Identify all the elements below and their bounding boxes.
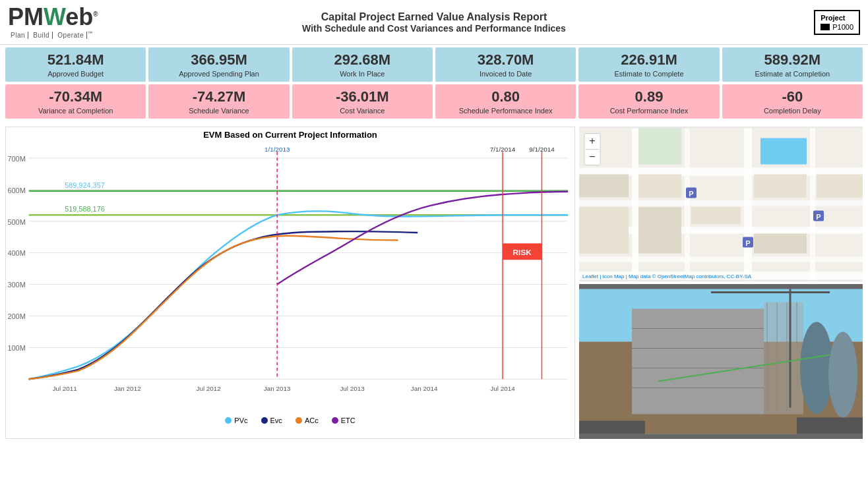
kpi-card: -60Completion Delay	[722, 84, 863, 119]
chart-title: EVM Based on Current Project Information	[6, 127, 574, 142]
kpi-label: Cost Performance Index	[581, 107, 716, 115]
legend-item: P1000	[821, 23, 853, 31]
kpi-label: Estimate at Completion	[725, 70, 860, 78]
kpi-card: 589.92MEstimate at Completion	[722, 47, 863, 82]
date3-label: 9/1/2014	[529, 146, 555, 154]
y-label-300: 300M	[7, 281, 25, 289]
kpi-value: 0.89	[581, 88, 716, 105]
kpi-value: 366.95M	[151, 51, 286, 69]
legend-project-id: P1000	[832, 23, 853, 31]
right-panels: P P P + − Leaflet | Icon Map | Map data …	[579, 127, 863, 439]
report-title-line1: Capital Project Earned Value Analysis Re…	[127, 11, 741, 23]
attribution-text: Leaflet | Icon Map | Map data © OpenStre…	[582, 273, 752, 279]
kpi-row-1: 521.84MApproved Budget366.95MApproved Sp…	[5, 47, 863, 82]
kpi-value: 226.91M	[581, 51, 716, 69]
street-h4	[579, 257, 863, 262]
kpi-label: Completion Delay	[725, 107, 860, 115]
etc-label: ETC	[341, 417, 356, 424]
header: PMWeb® Plan Build Operate™ Capital Proje…	[0, 0, 868, 45]
y-label-100: 100M	[7, 345, 25, 353]
photo-panel	[579, 284, 863, 439]
legend-box: Project P1000	[814, 10, 860, 35]
x-label-jul2012: Jul 2012	[196, 385, 220, 392]
green-area1	[638, 129, 681, 165]
logo-web2: eb	[65, 3, 93, 30]
evc-dot	[261, 417, 268, 424]
street-v3	[744, 129, 752, 280]
kpi-card: -70.34MVariance at Completion	[5, 84, 146, 119]
y-label-400: 400M	[7, 250, 25, 258]
kpi-value: 521.84M	[8, 51, 143, 69]
report-title-line2: With Schedule and Cost Variances and Per…	[127, 23, 741, 34]
street-v2	[685, 129, 690, 280]
evc-curve	[29, 231, 418, 379]
zoom-in-icon[interactable]: +	[589, 135, 595, 146]
kpi-card: -74.27MSchedule Variance	[148, 84, 289, 119]
kpi-label: Schedule Performance Index	[438, 107, 573, 115]
block4	[579, 208, 629, 254]
parking-p2: P	[745, 239, 750, 247]
street-h2	[579, 201, 863, 206]
kpi-label: Approved Budget	[8, 70, 143, 78]
silo2	[828, 332, 857, 418]
pvc-label: PVc	[234, 417, 247, 424]
kpi-card: 328.70MInvoiced to Date	[435, 47, 576, 82]
block3	[579, 175, 629, 198]
kpi-card: 292.68MWork In Place	[292, 47, 433, 82]
kpi-card: 226.91MEstimate to Complete	[578, 47, 719, 82]
kpi-card: 0.89Cost Performance Index	[578, 84, 719, 119]
kpi-label: Schedule Variance	[151, 107, 286, 115]
date1-label: 1/1/2013	[264, 146, 290, 154]
etc-dot	[332, 417, 338, 424]
block7	[754, 234, 807, 254]
chart-svg: 700M 600M 500M 400M 300M 200M 100M	[6, 142, 574, 414]
chart-container: EVM Based on Current Project Information…	[5, 127, 575, 439]
kpi-label: Invoiced to Date	[438, 70, 573, 78]
scaffolding-right	[764, 302, 803, 415]
acc-label: ACc	[305, 417, 319, 424]
kpi-row-2: -70.34MVariance at Completion-74.27MSche…	[5, 84, 863, 119]
kpi-label: Cost Variance	[295, 107, 430, 115]
legend-etc: ETC	[332, 417, 356, 424]
value-589: 589,924,357	[65, 181, 105, 189]
logo-build: Build	[30, 32, 53, 39]
report-title-area: Capital Project Earned Value Analysis Re…	[127, 11, 741, 34]
x-label-jan2012: Jan 2012	[114, 385, 141, 392]
parking-p3: P	[816, 213, 821, 221]
fg-left	[579, 421, 645, 434]
acc-dot	[295, 417, 302, 424]
kpi-label: Work In Place	[295, 70, 430, 78]
parking-p1: P	[689, 190, 693, 198]
x-label-jul2013: Jul 2013	[340, 385, 364, 392]
map-panel[interactable]: P P P + − Leaflet | Icon Map | Map data …	[579, 127, 863, 281]
y-label-500: 500M	[7, 218, 25, 226]
evc-label: Evc	[270, 417, 282, 424]
kpi-label: Estimate to Complete	[581, 70, 716, 78]
kpi-card: 0.80Schedule Performance Index	[435, 84, 576, 119]
risk-label: RISK	[513, 248, 532, 256]
kpi-card: -36.01MCost Variance	[292, 84, 433, 119]
kpi-value: 589.92M	[725, 51, 860, 69]
highlighted-building	[760, 138, 807, 165]
value-519: 519,588,176	[65, 206, 105, 214]
legend-acc: ACc	[295, 417, 319, 424]
zoom-out-icon[interactable]: −	[589, 151, 595, 162]
x-label-jul2011: Jul 2011	[52, 385, 77, 392]
y-label-200: 200M	[7, 313, 25, 321]
kpi-value: -36.01M	[295, 88, 430, 105]
kpi-value: -74.27M	[151, 88, 286, 105]
chart-legend: PVc Evc ACc ETC	[6, 414, 574, 427]
etc-curve	[277, 192, 568, 285]
kpi-card: 366.95MApproved Spending Plan	[148, 47, 289, 82]
y-label-700: 700M	[7, 155, 25, 163]
logo-plan: Plan	[8, 32, 28, 39]
y-label-600: 600M	[7, 187, 25, 194]
kpi-card: 521.84MApproved Budget	[5, 47, 146, 82]
fg-right	[797, 418, 863, 434]
logo-operate: Operate	[55, 32, 87, 39]
legend-pvc: PVc	[225, 417, 247, 424]
kpi-section: 521.84MApproved Budget366.95MApproved Sp…	[0, 45, 868, 124]
main-content: EVM Based on Current Project Information…	[0, 124, 868, 442]
legend-color-swatch	[821, 24, 830, 30]
kpi-value: 292.68M	[295, 51, 430, 69]
